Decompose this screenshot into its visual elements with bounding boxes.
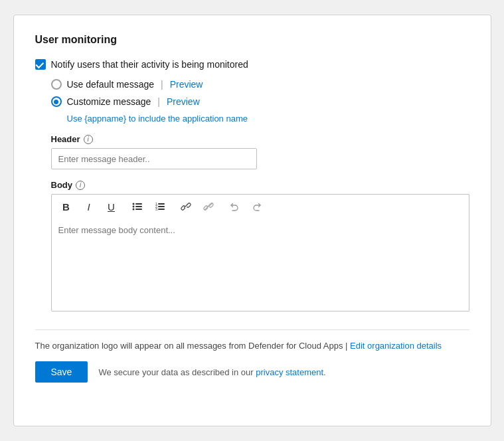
footer-pipe: |	[345, 341, 350, 351]
svg-rect-11	[158, 209, 165, 210]
page-title: User monitoring	[35, 34, 469, 46]
privacy-link[interactable]: privacy statement	[256, 367, 323, 377]
body-textarea[interactable]	[51, 219, 469, 311]
header-info-icon: i	[84, 135, 93, 144]
customize-row: Customize message | Preview	[51, 96, 469, 107]
italic-button[interactable]: I	[78, 197, 100, 216]
svg-rect-9	[158, 206, 165, 207]
undo-button[interactable]	[224, 197, 245, 216]
svg-rect-1	[135, 203, 142, 205]
body-info-icon: i	[76, 181, 85, 190]
footer-logo-text: The organization logo will appear on all…	[35, 341, 343, 351]
notify-checkbox[interactable]	[35, 59, 46, 70]
ordered-list-button[interactable]: 1. 2. 3.	[149, 197, 171, 216]
header-label: Header i	[51, 134, 469, 144]
main-card: User monitoring Notify users that their …	[13, 15, 491, 426]
notify-label: Notify users that their activity is bein…	[51, 59, 248, 70]
toolbar-sep-1	[124, 200, 125, 213]
customize-pipe: |	[157, 96, 160, 107]
svg-point-4	[132, 209, 134, 211]
body-toolbar: B I U 1. 2. 3.	[51, 194, 469, 219]
header-input[interactable]	[51, 148, 257, 169]
edit-org-link[interactable]: Edit organization details	[350, 341, 442, 351]
svg-point-0	[132, 203, 134, 205]
svg-point-2	[132, 206, 134, 208]
appname-hint: Use {appname} to include the application…	[67, 114, 469, 124]
customize-label: Customize message	[67, 96, 151, 107]
unlink-button[interactable]	[198, 197, 219, 216]
redo-button[interactable]	[246, 197, 268, 216]
svg-text:3.: 3.	[155, 207, 158, 211]
use-default-pipe: |	[161, 79, 163, 90]
notify-row: Notify users that their activity is bein…	[35, 59, 469, 70]
svg-rect-7	[158, 203, 165, 205]
header-section: Header i Body i B I U	[51, 134, 469, 313]
bullet-list-button[interactable]	[127, 197, 148, 216]
toolbar-sep-3	[221, 200, 222, 213]
underline-button[interactable]: U	[101, 197, 122, 216]
svg-rect-5	[135, 209, 142, 210]
body-label: Body i	[51, 180, 469, 190]
privacy-text: We secure your data as described in our …	[98, 367, 325, 377]
link-button[interactable]	[175, 197, 197, 216]
use-default-radio[interactable]	[51, 79, 62, 90]
radio-options: Use default message | Preview Customize …	[51, 79, 469, 124]
use-default-preview-link[interactable]: Preview	[170, 79, 203, 90]
footer-bar: The organization logo will appear on all…	[35, 329, 469, 351]
use-default-row: Use default message | Preview	[51, 79, 469, 90]
customize-radio[interactable]	[51, 96, 62, 107]
customize-preview-link[interactable]: Preview	[167, 96, 200, 107]
toolbar-sep-2	[173, 200, 173, 213]
bold-button[interactable]: B	[56, 197, 77, 216]
svg-rect-3	[135, 206, 142, 207]
save-button[interactable]: Save	[35, 361, 88, 383]
use-default-label: Use default message	[67, 79, 155, 90]
bottom-row: Save We secure your data as described in…	[35, 361, 469, 383]
